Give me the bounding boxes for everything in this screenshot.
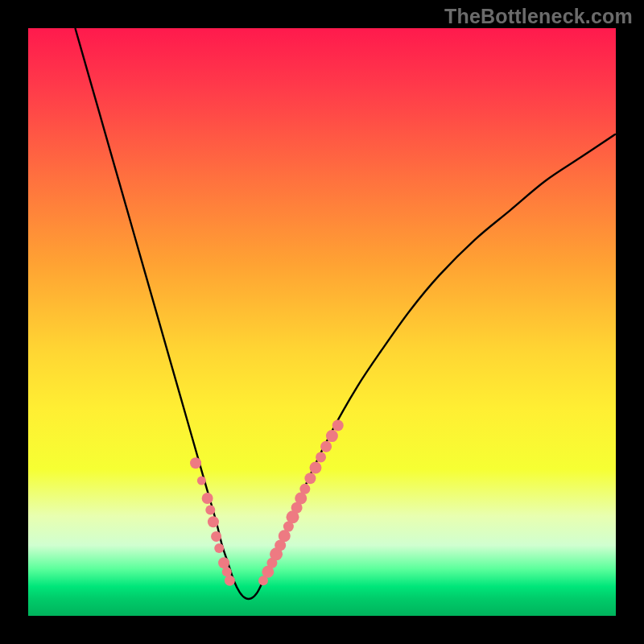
chart-frame: TheBottleneck.com bbox=[0, 0, 644, 644]
data-marker bbox=[326, 430, 338, 442]
data-marker bbox=[304, 473, 316, 484]
data-marker bbox=[332, 419, 344, 431]
chart-overlay bbox=[28, 28, 616, 616]
data-marker bbox=[214, 543, 224, 553]
data-marker bbox=[202, 493, 213, 504]
data-marker bbox=[316, 452, 326, 462]
data-marker bbox=[222, 567, 232, 576]
data-marker bbox=[197, 477, 206, 485]
data-marker bbox=[218, 557, 229, 568]
data-marker bbox=[225, 576, 235, 586]
data-marker bbox=[208, 516, 219, 527]
data-marker bbox=[309, 462, 321, 474]
watermark-label: TheBottleneck.com bbox=[444, 5, 633, 28]
data-marker bbox=[211, 531, 221, 542]
data-marker bbox=[205, 506, 215, 515]
data-marker bbox=[320, 441, 332, 452]
data-marker bbox=[190, 457, 201, 469]
marker-cluster-right bbox=[258, 419, 344, 585]
bottleneck-curve bbox=[75, 28, 616, 599]
data-marker bbox=[299, 484, 310, 494]
